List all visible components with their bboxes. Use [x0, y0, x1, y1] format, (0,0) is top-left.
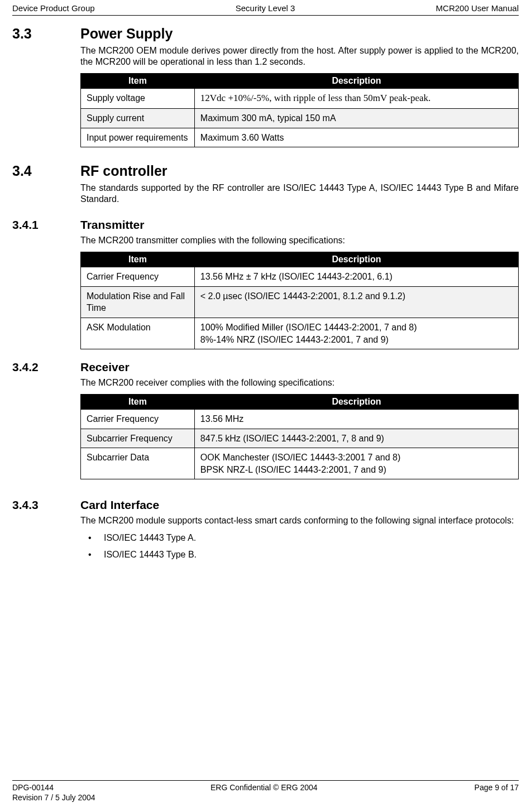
- card-interface-list: ISO/IEC 14443 Type A. ISO/IEC 14443 Type…: [80, 530, 519, 563]
- section-number: 3.4: [12, 163, 80, 179]
- table-header-row: Item Description: [81, 252, 519, 267]
- table-row: ASK Modulation 100% Modified Miller (ISO…: [81, 318, 519, 349]
- th-item: Item: [81, 74, 195, 89]
- table-row: Subcarrier Data OOK Manchester (ISO/IEC …: [81, 448, 519, 479]
- cell-desc: 13.56 MHz ± 7 kHz (ISO/IEC 14443-2:2001,…: [194, 267, 518, 287]
- cell-item: Input power requirements: [81, 128, 195, 147]
- cell-desc: 100% Modified Miller (ISO/IEC 14443-2:20…: [194, 318, 518, 349]
- header-left: Device Product Group: [12, 3, 95, 13]
- th-item: Item: [81, 395, 195, 410]
- table-row: Supply current Maximum 300 mA, typical 1…: [81, 108, 519, 128]
- section-3-4-3-para: The MCR200 module supports contact-less …: [80, 515, 519, 526]
- cell-item: Supply voltage: [81, 89, 195, 109]
- section-title: RF controller: [80, 163, 168, 179]
- section-3-4-2-para: The MCR200 receiver complies with the fo…: [80, 377, 519, 388]
- section-number: 3.4.2: [12, 361, 80, 374]
- footer-center: ERG Confidential © ERG 2004: [211, 783, 318, 792]
- section-number: 3.4.1: [12, 218, 80, 232]
- section-3-4-1-heading: 3.4.1 Transmitter: [12, 218, 519, 232]
- section-3-3-para: The MCR200 OEM module derives power dire…: [80, 45, 519, 68]
- list-item: ISO/IEC 14443 Type B.: [80, 546, 519, 563]
- section-title: Transmitter: [80, 218, 144, 232]
- table-header-row: Item Description: [81, 395, 519, 410]
- cell-desc: OOK Manchester (ISO/IEC 14443-3:2001 7 a…: [194, 448, 518, 479]
- cell-item: Subcarrier Frequency: [81, 429, 195, 448]
- table-row: Carrier Frequency 13.56 MHz: [81, 410, 519, 429]
- cell-item: Carrier Frequency: [81, 410, 195, 429]
- cell-item: Supply current: [81, 108, 195, 128]
- header-center: Security Level 3: [236, 3, 295, 13]
- cell-desc: Maximum 300 mA, typical 150 mA: [194, 108, 518, 128]
- section-3-4-heading: 3.4 RF controller: [12, 163, 519, 179]
- cell-desc: < 2.0 µsec (ISO/IEC 14443-2:2001, 8.1.2 …: [194, 286, 518, 318]
- table-row: Subcarrier Frequency 847.5 kHz (ISO/IEC …: [81, 429, 519, 448]
- table-header-row: Item Description: [81, 74, 519, 89]
- section-3-4-3-heading: 3.4.3 Card Interface: [12, 498, 519, 512]
- th-desc: Description: [194, 74, 518, 89]
- th-desc: Description: [194, 252, 518, 267]
- table-row: Carrier Frequency 13.56 MHz ± 7 kHz (ISO…: [81, 267, 519, 287]
- footer-left: DPG-00144: [12, 783, 54, 792]
- section-number: 3.4.3: [12, 498, 80, 512]
- cell-item: ASK Modulation: [81, 318, 195, 349]
- cell-desc: 12Vdc +10%/-5%, with ripple of less than…: [194, 89, 518, 109]
- transmitter-table: Item Description Carrier Frequency 13.56…: [80, 252, 519, 349]
- table-row: Modulation Rise and Fall Time < 2.0 µsec…: [81, 286, 519, 318]
- section-number: 3.3: [12, 26, 80, 42]
- section-title: Power Supply: [80, 26, 173, 42]
- page-header: Device Product Group Security Level 3 MC…: [12, 0, 519, 16]
- page-footer: DPG-00144 ERG Confidential © ERG 2004 Pa…: [12, 780, 519, 802]
- section-title: Receiver: [80, 361, 130, 374]
- table-row: Supply voltage 12Vdc +10%/-5%, with ripp…: [81, 89, 519, 109]
- th-item: Item: [81, 252, 195, 267]
- section-3-3-heading: 3.3 Power Supply: [12, 26, 519, 42]
- th-desc: Description: [194, 395, 518, 410]
- receiver-table: Item Description Carrier Frequency 13.56…: [80, 394, 519, 479]
- section-3-4-1-para: The MCR200 transmitter complies with the…: [80, 235, 519, 246]
- cell-desc: 847.5 kHz (ISO/IEC 14443-2:2001, 7, 8 an…: [194, 429, 518, 448]
- cell-item: Subcarrier Data: [81, 448, 195, 479]
- footer-right: Page 9 of 17: [475, 783, 519, 792]
- cell-item: Carrier Frequency: [81, 267, 195, 287]
- power-supply-table: Item Description Supply voltage 12Vdc +1…: [80, 73, 519, 147]
- header-right: MCR200 User Manual: [436, 3, 519, 13]
- cell-desc: Maximum 3.60 Watts: [194, 128, 518, 147]
- cell-desc: 13.56 MHz: [194, 410, 518, 429]
- footer-revision: Revision 7 / 5 July 2004: [12, 793, 519, 802]
- section-3-4-2-heading: 3.4.2 Receiver: [12, 361, 519, 374]
- list-item: ISO/IEC 14443 Type A.: [80, 530, 519, 546]
- cell-item: Modulation Rise and Fall Time: [81, 286, 195, 318]
- section-title: Card Interface: [80, 498, 159, 512]
- table-row: Input power requirements Maximum 3.60 Wa…: [81, 128, 519, 147]
- section-3-4-para: The standards supported by the RF contro…: [80, 182, 519, 205]
